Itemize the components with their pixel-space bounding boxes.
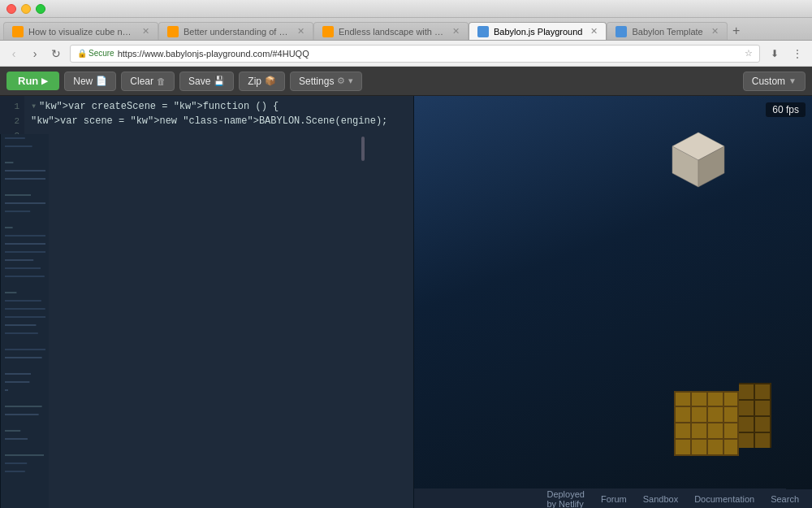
new-icon: 📄 [96, 76, 107, 86]
tab-3[interactable]: Endless landscape with track ... ✕ [313, 22, 469, 40]
crate-container [674, 383, 804, 464]
zip-button[interactable]: Zip 📦 [239, 72, 285, 91]
clear-icon: 🗑 [157, 76, 166, 86]
save-button[interactable]: Save 💾 [179, 72, 234, 91]
preview-canvas[interactable]: 60 fps [414, 96, 812, 488]
tab-2[interactable]: Better understanding of regis... ✕ [158, 22, 313, 40]
tab-5[interactable]: Babylon Template ✕ [607, 22, 727, 40]
documentation-link[interactable]: Documentation [694, 494, 754, 504]
search-link[interactable]: Search [771, 494, 799, 504]
reload-button[interactable]: ↻ [49, 46, 63, 61]
minimap [0, 134, 49, 508]
scrollbar-thumb[interactable] [361, 137, 365, 161]
line-number-2: 2 [0, 114, 19, 128]
tab-close-5[interactable]: ✕ [711, 26, 719, 37]
titlebar [0, 0, 812, 18]
tab-icon-3 [322, 26, 334, 37]
tab-close-1[interactable]: ✕ [142, 26, 149, 37]
tab-icon-2 [167, 26, 179, 37]
collapse-btn-1[interactable]: ▾ [31, 99, 39, 114]
url-text: https://www.babylonjs-playground.com/#4H… [118, 49, 309, 59]
back-button[interactable]: ‹ [6, 46, 21, 61]
forum-link[interactable]: Forum [601, 494, 627, 504]
scrollbar-track[interactable] [361, 96, 365, 508]
forward-button[interactable]: › [28, 46, 42, 61]
tab-label-3: Endless landscape with track ... [339, 27, 444, 37]
traffic-lights [6, 4, 45, 14]
secure-label: Secure [89, 49, 114, 58]
toolbar: Run New 📄 Clear 🗑 Save 💾 Zip 📦 Settings … [0, 67, 812, 96]
extensions-button[interactable]: ⋮ [789, 46, 806, 62]
settings-icon: ⚙ [337, 76, 345, 86]
tab-close-3[interactable]: ✕ [452, 26, 460, 37]
code-editor[interactable]: 1234567891011121314151617181920212223242… [0, 96, 414, 508]
line-number-3: 3 [0, 128, 19, 134]
deployed-label: Deployed by Netlify [546, 489, 584, 509]
minimize-button[interactable] [21, 4, 31, 14]
clear-button-label: Clear [130, 76, 153, 87]
custom-button-label: Custom [752, 76, 785, 87]
settings-button[interactable]: Settings ⚙ ▾ [290, 72, 362, 91]
save-button-label: Save [188, 76, 210, 87]
preview-panel: 60 fps Deployed by Netlify Forum Sandbox… [414, 96, 812, 508]
urlbar: ‹ › ↻ 🔒 Secure https://www.babylonjs-pla… [0, 41, 812, 67]
tab-label-5: Babylon Template [632, 27, 702, 37]
url-field[interactable]: 🔒 Secure https://www.babylonjs-playgroun… [70, 45, 760, 63]
run-button[interactable]: Run [6, 72, 59, 90]
main-content: 1234567891011121314151617181920212223242… [0, 96, 812, 508]
tab-4[interactable]: Babylon.js Playground ✕ [469, 22, 607, 40]
crate-side [739, 383, 771, 448]
custom-button[interactable]: Custom [743, 72, 806, 91]
3d-cube [666, 128, 731, 193]
tab-label-1: How to visualize cube nodes i... [28, 27, 134, 37]
maximize-button[interactable] [36, 4, 45, 14]
bookmark-star-icon[interactable]: ☆ [745, 48, 753, 59]
tab-icon-5 [615, 26, 627, 37]
clear-button[interactable]: Clear 🗑 [121, 72, 175, 91]
tab-label-2: Better understanding of regis... [184, 27, 289, 37]
tab-close-2[interactable]: ✕ [297, 26, 304, 37]
line-number-1: 1 [0, 99, 19, 114]
tab-icon-4 [477, 26, 489, 37]
zip-icon: 📦 [265, 76, 276, 86]
sandbox-link[interactable]: Sandbox [643, 494, 678, 504]
settings-chevron-icon: ▾ [348, 76, 353, 86]
new-button-label: New [73, 76, 93, 87]
fps-badge: 60 fps [766, 102, 806, 117]
tabbar: How to visualize cube nodes i... ✕ Bette… [0, 18, 812, 41]
line-numbers: 1234567891011121314151617181920212223242… [0, 96, 24, 134]
code-line-3 [31, 128, 413, 134]
code-line-2: "kw">var scene = "kw">new "class-name">B… [31, 114, 413, 128]
zip-button-label: Zip [248, 76, 261, 87]
secure-badge: 🔒 Secure [77, 49, 114, 58]
downloads-button[interactable]: ⬇ [767, 46, 783, 62]
new-button[interactable]: New 📄 [64, 72, 116, 91]
tab-close-4[interactable]: ✕ [590, 26, 598, 37]
bottom-bar: Deployed by Netlify Forum Sandbox Docume… [786, 488, 812, 508]
tab-1[interactable]: How to visualize cube nodes i... ✕ [3, 22, 158, 40]
code-line-1: ▾ "kw">var createScene = "kw">function (… [31, 99, 413, 114]
code-content[interactable]: ▾ "kw">var createScene = "kw">function (… [24, 96, 413, 134]
tab-icon-1 [12, 26, 24, 37]
crate-front [674, 391, 739, 456]
code-lines: 1234567891011121314151617181920212223242… [0, 96, 413, 134]
close-button[interactable] [6, 4, 16, 14]
tab-label-4: Babylon.js Playground [494, 27, 582, 37]
lock-icon: 🔒 [77, 49, 87, 58]
new-tab-button[interactable]: + [728, 22, 745, 40]
save-icon: 💾 [214, 76, 225, 86]
settings-button-label: Settings [299, 76, 334, 87]
